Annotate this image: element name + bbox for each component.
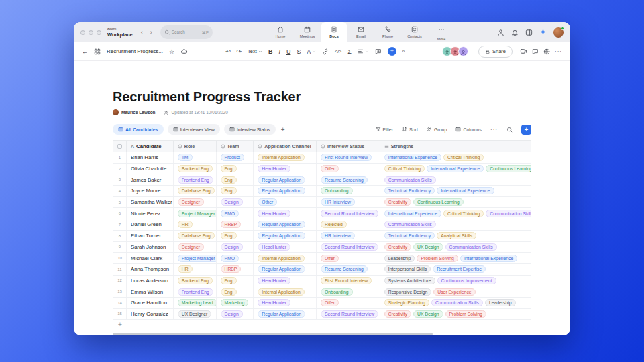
tag[interactable]: HR Interview — [321, 232, 355, 239]
tag[interactable]: Creativity — [384, 243, 411, 251]
candidate-cell[interactable]: Joyce Moore — [127, 186, 174, 196]
tag[interactable]: Regular Application — [258, 232, 305, 239]
collaborator-avatars[interactable] — [442, 46, 468, 56]
status-cell[interactable]: Resume Screening — [317, 174, 380, 185]
table-row[interactable]: 14Grace HamiltonMarketing LeadMarketingH… — [113, 298, 531, 309]
strikethrough-button[interactable]: S — [297, 48, 301, 55]
comment-icon[interactable] — [375, 48, 382, 55]
tag[interactable]: UX Design — [413, 243, 443, 251]
tag[interactable]: UX Design — [413, 310, 443, 318]
strengths-cell[interactable]: Critical ThinkingInternational Experienc… — [380, 164, 531, 174]
strengths-cell[interactable]: International ExperienceCritical Thinkin… — [380, 208, 531, 219]
candidate-cell[interactable]: Grace Hamilton — [127, 298, 174, 308]
status-cell[interactable]: Second Round Interview — [317, 208, 380, 219]
status-cell[interactable]: First Round Interview — [317, 276, 380, 286]
status-cell[interactable]: Rejected — [317, 219, 380, 230]
group-button[interactable]: Group — [427, 127, 447, 132]
team-cell[interactable]: Marketing — [217, 298, 254, 308]
doc-title-breadcrumb[interactable]: Recruitment Progress... — [107, 48, 163, 54]
candidate-cell[interactable]: Henry Gonzalez — [127, 309, 174, 320]
table-row[interactable]: 6Nicole PerezProject ManagerPMOHeadHunte… — [113, 208, 531, 219]
candidate-cell[interactable]: James Baker — [127, 174, 174, 185]
team-cell[interactable]: Product — [217, 152, 254, 163]
view-tab-interview-status[interactable]: Interview Status — [224, 124, 276, 135]
tag[interactable]: Communication Skills — [384, 221, 436, 228]
strengths-cell[interactable]: Communication Skills — [380, 174, 531, 185]
role-cell[interactable]: Backend Eng — [174, 276, 217, 286]
role-cell[interactable]: Frontend Eng — [174, 286, 217, 297]
tag[interactable]: Responsive Design — [384, 288, 432, 296]
status-cell[interactable]: HR Interview — [317, 231, 380, 241]
formula-button[interactable]: Σ — [347, 48, 352, 55]
page-title[interactable]: Recruitment Progress Tracker — [113, 61, 531, 105]
candidate-cell[interactable]: Nicole Perez — [127, 208, 174, 219]
view-tab-all-candidates[interactable]: All Candidates — [113, 124, 164, 135]
tag[interactable]: Internal Application — [258, 154, 304, 161]
add-row-button[interactable]: + — [113, 320, 531, 330]
status-cell[interactable]: Onboarding — [317, 186, 380, 196]
strengths-cell[interactable]: International ExperienceCritical Thinkin… — [380, 152, 531, 163]
role-cell[interactable]: HR — [174, 264, 217, 275]
ai-companion-icon[interactable] — [539, 26, 547, 38]
add-view-button[interactable]: + — [281, 126, 285, 133]
tag[interactable]: Offer — [321, 255, 339, 262]
team-cell[interactable]: Design — [217, 242, 254, 253]
tag[interactable]: Communication Skills — [486, 210, 531, 217]
align-dropdown[interactable] — [358, 48, 369, 54]
tab-phone[interactable]: Phone — [374, 22, 401, 42]
candidate-cell[interactable]: Samantha Walker — [127, 197, 174, 208]
tag[interactable]: Critical Thinking — [443, 154, 484, 161]
share-button[interactable]: Share — [478, 46, 513, 58]
user-avatar[interactable] — [553, 27, 564, 38]
sort-button[interactable]: Sort — [402, 127, 418, 132]
tag[interactable]: HRBP — [221, 221, 241, 228]
bold-button[interactable]: B — [268, 48, 273, 55]
team-cell[interactable]: Eng — [217, 286, 254, 297]
candidate-cell[interactable]: Emma Wilson — [127, 286, 174, 297]
tag[interactable]: HeadHunter — [258, 277, 290, 284]
tag[interactable]: Internal Application — [258, 255, 304, 262]
tag[interactable]: HR — [178, 265, 193, 273]
tag[interactable]: International Experience — [427, 165, 484, 172]
tab-contacts[interactable]: Contacts — [401, 22, 428, 42]
status-cell[interactable]: First Round Interview — [317, 152, 380, 163]
italic-button[interactable]: I — [278, 48, 280, 55]
tag[interactable]: User Experience — [433, 288, 475, 296]
status-cell[interactable]: Onboarding — [317, 286, 380, 297]
tag[interactable]: Leadership — [384, 255, 415, 262]
tag[interactable]: Offer — [321, 299, 339, 306]
tag[interactable]: Technical Proficiency — [384, 232, 435, 239]
chat-icon[interactable] — [532, 48, 539, 55]
tag[interactable]: Communication Skills — [384, 176, 436, 184]
tag[interactable]: Critical Thinking — [443, 210, 484, 217]
column-header-strengths[interactable]: Strengths — [380, 141, 531, 152]
tag[interactable]: UX Designer — [178, 310, 212, 318]
window-controls[interactable] — [80, 30, 101, 35]
candidate-cell[interactable]: Ethan Turner — [127, 231, 174, 241]
table-row[interactable]: 3James BakerFrontend EngEngRegular Appli… — [113, 174, 531, 186]
select-all-checkbox[interactable] — [113, 141, 127, 152]
strengths-cell[interactable]: LeadershipProblem SolvingInternational E… — [380, 253, 531, 263]
tab-home[interactable]: Home — [267, 22, 294, 42]
tag[interactable]: Database Eng — [178, 187, 215, 194]
tag[interactable]: Design — [221, 198, 243, 206]
role-cell[interactable]: HR — [174, 219, 217, 230]
tag[interactable]: Strategic Planning — [384, 299, 429, 306]
tag[interactable]: Problem Solving — [417, 255, 458, 262]
team-cell[interactable]: Eng — [217, 186, 254, 196]
insert-plus-button[interactable]: + — [388, 47, 396, 56]
status-cell[interactable]: Second Round Interview — [317, 242, 380, 253]
table-row[interactable]: 13Emma WilsonFrontend EngEngInternal App… — [113, 286, 531, 298]
role-cell[interactable]: Designer — [174, 197, 217, 208]
tag[interactable]: Problem Solving — [445, 310, 487, 318]
team-cell[interactable]: Eng — [217, 164, 254, 174]
candidate-cell[interactable]: Anna Thompson — [127, 264, 174, 275]
side-panel-toggle-icon[interactable] — [525, 29, 533, 36]
tag[interactable]: PMO — [221, 210, 239, 217]
tag[interactable]: HeadHunter — [258, 299, 290, 306]
candidate-cell[interactable]: Michael Clark — [127, 253, 174, 263]
column-header-team[interactable]: Team — [217, 141, 254, 152]
nav-forward-button[interactable]: › — [150, 29, 152, 36]
status-cell[interactable]: Resume Screening — [317, 264, 380, 275]
team-cell[interactable]: Eng — [217, 276, 254, 286]
